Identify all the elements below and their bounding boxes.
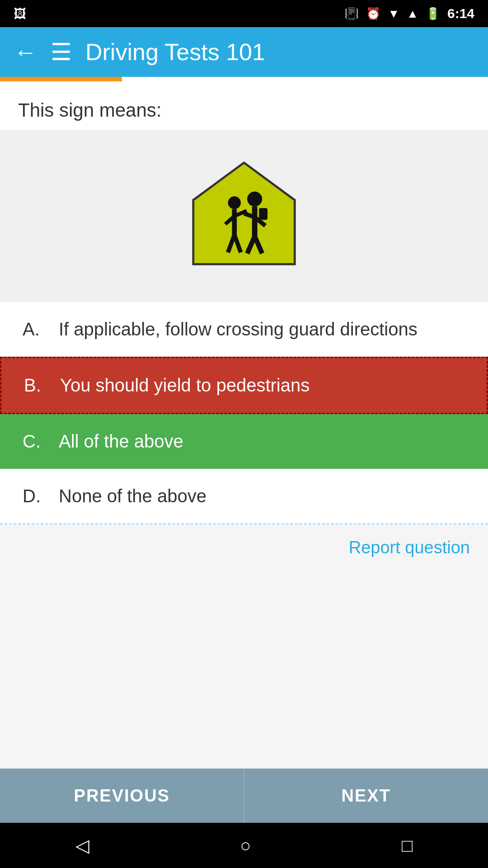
answer-text-a: If applicable, follow crossing guard dir… [59,319,465,340]
bottom-nav: PREVIOUS NEXT [0,769,488,823]
report-question-link[interactable]: Report question [349,538,470,557]
time-display: 6:14 [447,6,474,21]
answer-text-b: You should yield to pedestrians [60,375,464,396]
sign-area [0,130,488,302]
answer-letter-b: B. [24,375,60,396]
status-bar-left: 🖼 [14,6,26,21]
svg-point-1 [228,196,241,209]
answer-text-c: All of the above [59,431,465,452]
signal-icon: ▲ [407,7,418,21]
answer-letter-a: A. [23,319,59,340]
answer-option-c[interactable]: C. All of the above [0,414,488,469]
app-bar: ← ☰ Driving Tests 101 [0,27,488,77]
answer-letter-d: D. [23,486,59,506]
svg-point-7 [247,192,262,207]
previous-button[interactable]: PREVIOUS [0,769,244,823]
image-icon: 🖼 [14,6,26,21]
answer-option-a[interactable]: A. If applicable, follow crossing guard … [0,302,488,357]
answer-letter-c: C. [23,431,59,452]
wifi-icon: ▼ [388,7,399,21]
progress-bar-fill [0,77,122,81]
answer-option-d[interactable]: D. None of the above [0,469,488,524]
vibrate-icon: 📳 [344,7,359,21]
app-title: Driving Tests 101 [85,38,265,66]
back-button[interactable]: ← [14,38,37,66]
school-crossing-sign [185,157,303,275]
android-nav-bar: ◁ ○ □ [0,823,488,868]
battery-icon: 🔋 [426,7,440,21]
menu-button[interactable]: ☰ [51,38,72,66]
android-recents-button[interactable]: □ [384,831,431,860]
android-back-button[interactable]: ◁ [57,830,108,860]
next-button[interactable]: NEXT [244,769,488,823]
content-area: This sign means: [0,81,488,769]
svg-rect-13 [259,208,267,220]
status-bar: 🖼 📳 ⏰ ▼ ▲ 🔋 6:14 [0,0,488,27]
report-question-area: Report question [0,524,488,571]
alarm-icon: ⏰ [366,7,380,21]
spacer [0,571,488,769]
question-prompt: This sign means: [0,81,488,130]
progress-bar-container [0,77,488,81]
android-home-button[interactable]: ○ [222,831,269,860]
answer-text-d: None of the above [59,486,465,506]
answer-option-b[interactable]: B. You should yield to pedestrians [0,357,488,414]
status-bar-right: 📳 ⏰ ▼ ▲ 🔋 6:14 [344,6,474,21]
